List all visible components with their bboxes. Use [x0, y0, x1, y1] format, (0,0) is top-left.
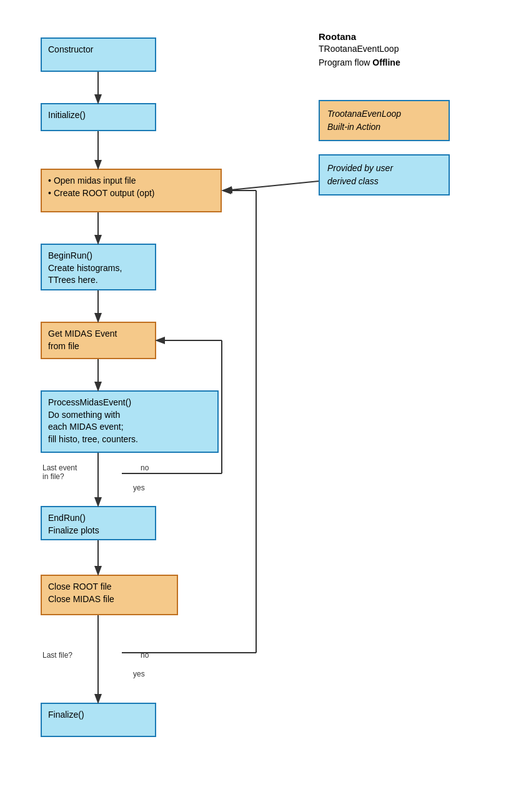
yes-label-event: yes	[133, 483, 145, 492]
close-root-line2: Close MIDAS file	[48, 593, 171, 606]
subtitle3-text: Offline	[372, 57, 400, 67]
end-run-line1: EndRun()	[48, 512, 149, 525]
legend-builtin-line2: Built-in Action	[327, 122, 380, 132]
legend-user-line1: Provided by user	[327, 163, 393, 173]
legend-builtin-box: TrootanaEvenLoop Built-in Action	[319, 100, 450, 141]
last-event-label: Last event in file?	[42, 463, 77, 481]
initialize-box: Initialize()	[41, 103, 156, 131]
legend-user-box: Provided by user derived class	[319, 154, 450, 196]
finalize-label: Finalize()	[48, 709, 149, 721]
create-root-line: •Create ROOT output (opt)	[48, 187, 214, 200]
legend-builtin-line1: TrootanaEvenLoop	[327, 109, 401, 119]
end-run-box: EndRun() Finalize plots	[41, 506, 156, 540]
begin-run-box: BeginRun() Create histograms, TTrees her…	[41, 244, 156, 290]
open-midas-box: •Open midas input file •Create ROOT outp…	[41, 169, 222, 212]
open-midas-line1: •Open midas input file	[48, 175, 214, 187]
get-midas-box: Get MIDAS Event from file	[41, 322, 156, 359]
begin-run-line2: Create histograms,	[48, 262, 149, 275]
process-line3: each MIDAS event;	[48, 421, 211, 433]
get-midas-line2: from file	[48, 340, 149, 353]
constructor-label: Constructor	[48, 44, 93, 54]
end-run-line2: Finalize plots	[48, 525, 149, 537]
no-label-file: no	[141, 651, 149, 660]
title-area: Rootana TRootanaEventLoop Program flow O…	[319, 31, 400, 70]
process-line1: ProcessMidasEvent()	[48, 397, 211, 409]
diagram-container: Rootana TRootanaEventLoop Program flow O…	[0, 0, 531, 812]
close-root-line1: Close ROOT file	[48, 581, 171, 593]
begin-run-line1: BeginRun()	[48, 250, 149, 262]
yes-label-file: yes	[133, 670, 145, 678]
get-midas-line1: Get MIDAS Event	[48, 328, 149, 340]
subtitle2-text: Program flow	[319, 57, 370, 67]
close-root-box: Close ROOT file Close MIDAS file	[41, 575, 178, 615]
subtitle1: TRootanaEventLoop	[319, 42, 400, 56]
subtitle2: Program flow Offline	[319, 56, 400, 69]
process-line2: Do something with	[48, 409, 211, 422]
begin-run-line3: TTrees here.	[48, 274, 149, 287]
svg-line-3	[225, 181, 319, 191]
last-file-label: Last file?	[42, 651, 72, 660]
app-title: Rootana	[319, 31, 400, 42]
initialize-label: Initialize()	[48, 110, 86, 120]
legend-user-line2: derived class	[327, 176, 379, 186]
no-label-event: no	[141, 463, 149, 472]
finalize-box: Finalize()	[41, 703, 156, 737]
process-line4: fill histo, tree, counters.	[48, 433, 211, 446]
process-midas-box: ProcessMidasEvent() Do something with ea…	[41, 390, 219, 453]
constructor-box: Constructor	[41, 37, 156, 72]
